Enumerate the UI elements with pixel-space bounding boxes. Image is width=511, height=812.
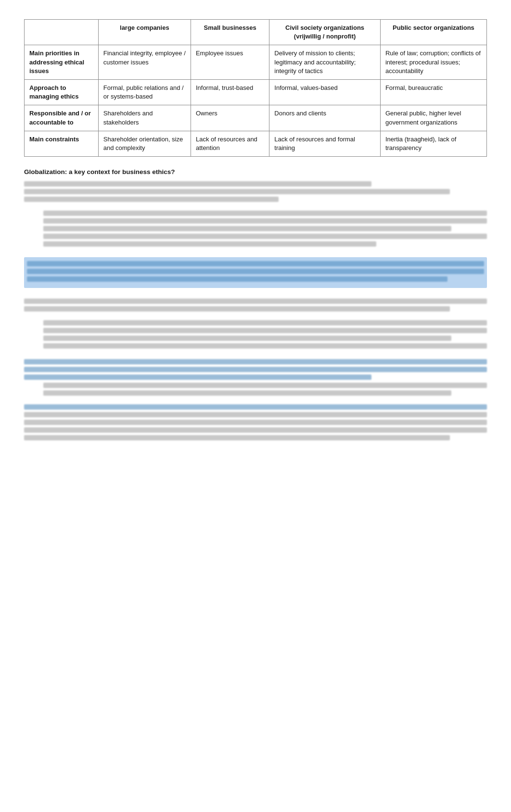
table-row: Main constraints Shareholder orientation… [25, 131, 487, 156]
cell-responsible-large: Shareholders and stakeholders [98, 105, 191, 131]
cell-responsible-civil: Donors and clients [269, 105, 381, 131]
table-row: Responsible and / or accountable to Shar… [25, 105, 487, 131]
highlighted-block-1 [24, 257, 487, 288]
header-row-label [25, 20, 99, 45]
row-header-responsible: Responsible and / or accountable to [25, 105, 99, 131]
cell-approach-public: Formal, bureaucratic [380, 79, 486, 105]
table-row: Approach to managing ethics Formal, publ… [25, 79, 487, 105]
cell-approach-small: Informal, trust-based [191, 79, 269, 105]
comparison-table: large companies Small businesses Civil s… [24, 19, 487, 157]
cell-constraints-large: Shareholder orientation, size and comple… [98, 131, 191, 156]
cell-approach-civil: Informal, values-based [269, 79, 381, 105]
row-header-constraints: Main constraints [25, 131, 99, 156]
cell-responsible-small: Owners [191, 105, 269, 131]
cell-constraints-public: Inertia (traagheid), lack of transparenc… [380, 131, 486, 156]
header-large-companies: large companies [98, 20, 191, 45]
header-small-businesses: Small businesses [191, 20, 269, 45]
row-header-approach: Approach to managing ethics [25, 79, 99, 105]
cell-priorities-civil: Delivery of mission to clients; legitima… [269, 45, 381, 80]
blurred-paragraph-1 [24, 181, 487, 247]
blurred-paragraph-2 [24, 299, 487, 349]
table-row: Main priorities in addressing ethical is… [25, 45, 487, 80]
cell-priorities-public: Rule of law; corruption; conflicts of in… [380, 45, 486, 80]
cell-approach-large: Formal, public relations and / or system… [98, 79, 191, 105]
header-civil-society: Civil society organizations (vrijwillig … [269, 20, 381, 45]
header-public-sector: Public sector organizations [380, 20, 486, 45]
section-title: Globalization: a key context for busines… [24, 168, 487, 175]
cell-priorities-large: Financial integrity, employee / customer… [98, 45, 191, 80]
cell-constraints-civil: Lack of resources and formal training [269, 131, 381, 156]
cell-constraints-small: Lack of resources and attention [191, 131, 269, 156]
row-header-priorities: Main priorities in addressing ethical is… [25, 45, 99, 80]
cell-priorities-small: Employee issues [191, 45, 269, 80]
cell-responsible-public: General public, higher level government … [380, 105, 486, 131]
highlighted-block-2 [24, 359, 487, 440]
